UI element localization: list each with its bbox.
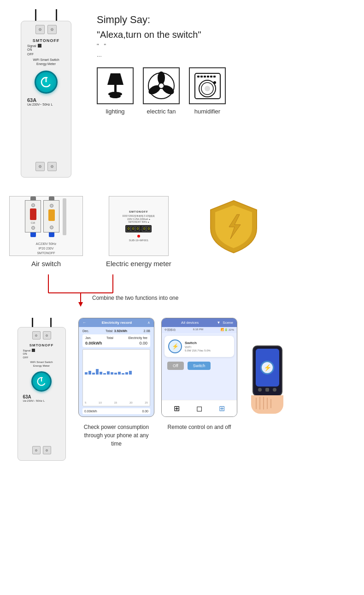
voltage-label: Ue:230V~ 50Hz L [27,103,53,106]
fan-icon-box [143,67,180,104]
energy-meter-label: Electric energy meter [106,260,171,268]
svg-marker-28 [78,302,83,307]
gold-shield [204,198,264,256]
brand-label: SMTONOFF [33,38,59,43]
lighting-label: lighting [106,108,124,115]
device-description: WiFi Smart SwitchEnergy Meter [33,58,59,66]
remote-control-screen: All devices ▼ Scene 中国移动 6:16 PM 📶 🔋 22%… [161,318,237,417]
humidifier-icon-box [189,67,226,104]
signal-row: Signal [27,44,41,48]
air-switch-label: Air switch [31,260,61,268]
svg-point-8 [158,71,165,84]
svg-point-11 [159,83,164,89]
electricity-record-screen: ← Electricity record ∧ Dec. Total: 3.92k… [78,318,154,417]
appliance-icons-container: lighting electric fan [97,67,355,115]
on-off-label: ON OFF [27,48,34,57]
signal-small: Signal [23,349,35,352]
appliance-lighting: lighting [97,67,134,115]
power-button [35,71,58,94]
svg-rect-18 [213,76,216,77]
simply-say-text: Simply Say: [97,14,355,26]
combine-text: Combine the two functions into one [92,294,178,302]
svg-marker-2 [107,73,123,85]
fan-label: electric fan [147,108,176,115]
svg-rect-13 [197,76,200,77]
svg-rect-15 [204,76,206,77]
dots-text: ... [97,51,355,58]
sub-quote: " " [97,42,355,49]
energy-meter-image: SMTONOFF DDSY1591型单相电子式电能表 220V 0.25A 22… [109,196,169,256]
svg-point-22 [213,81,216,84]
svg-point-21 [205,86,210,91]
appliance-humidifier: humidifier [189,67,226,115]
svg-rect-14 [200,76,203,77]
air-switch-image: C16 [9,196,83,256]
svg-rect-16 [207,76,209,77]
remote-control-caption: Remote control on and off [161,423,237,448]
humidifier-label: humidifier [194,108,220,115]
brand-small: SMTONOFF [29,343,54,347]
alexa-quote-text: "Alexa,turn on the switch" [97,30,355,40]
lighting-icon-box [97,67,134,104]
check-power-caption: Check power consumption through your pho… [78,423,154,448]
svg-point-6 [110,95,121,98]
phone-hand-illustration: ⚡ [244,345,290,414]
amp-label: 63A [27,97,36,103]
svg-rect-17 [210,76,212,77]
power-button-small [31,371,52,392]
appliance-fan: electric fan [143,67,180,115]
